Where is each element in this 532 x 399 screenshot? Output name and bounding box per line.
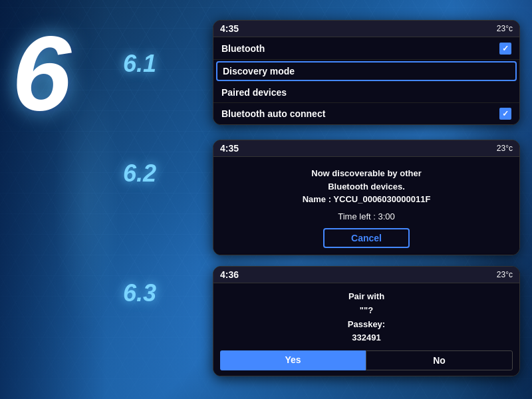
panel1-time: 4:35 xyxy=(220,23,239,34)
pair-line3: Passkey: xyxy=(348,319,385,329)
discoverable-message: Now discoverable by other Bluetooth devi… xyxy=(220,167,513,206)
pair-line1: Pair with xyxy=(348,291,384,301)
bluetooth-checkbox[interactable]: ✓ xyxy=(499,43,511,55)
menu-discovery-mode[interactable]: Discovery mode xyxy=(216,61,517,81)
panel3-time: 4:36 xyxy=(220,269,239,280)
panel3-header: 4:36 23°c xyxy=(213,267,519,283)
chapter-number: 6 xyxy=(12,20,71,126)
pair-line4: 332491 xyxy=(352,332,380,342)
pair-button-row: Yes No xyxy=(220,350,513,370)
menu-bluetooth-label: Bluetooth xyxy=(221,43,265,54)
screen-panel-3: 4:36 23°c Pair with ""? Passkey: 332491 … xyxy=(213,266,520,376)
step-label-61: 6.1 xyxy=(123,50,156,78)
checkbox-check-icon: ✓ xyxy=(502,44,509,53)
menu-discovery-label: Discovery mode xyxy=(223,66,295,76)
menu-paired-label: Paired devices xyxy=(221,87,287,98)
auto-connect-checkbox[interactable]: ✓ xyxy=(499,108,511,120)
panel1-header: 4:35 23°c xyxy=(213,21,519,37)
menu-paired-devices[interactable]: Paired devices xyxy=(213,82,519,103)
panel3-temp: 23°c xyxy=(497,270,513,279)
discoverable-line1: Now discoverable by other xyxy=(311,168,421,178)
step-label-63: 6.3 xyxy=(123,279,156,307)
pair-message: Pair with ""? Passkey: 332491 xyxy=(220,290,513,345)
pair-line2: ""? xyxy=(360,305,373,315)
screen-panel-1: 4:35 23°c Bluetooth ✓ Discovery mode Pai… xyxy=(213,20,520,125)
panel2-header: 4:35 23°c xyxy=(213,140,519,157)
step-label-62: 6.2 xyxy=(123,160,156,188)
menu-auto-connect[interactable]: Bluetooth auto connect ✓ xyxy=(213,103,519,124)
auto-connect-check-icon: ✓ xyxy=(502,109,509,118)
no-button[interactable]: No xyxy=(366,350,513,370)
discoverable-line2: Bluetooth devices. xyxy=(328,182,405,192)
cancel-button[interactable]: Cancel xyxy=(323,228,410,248)
panel2-body: Now discoverable by other Bluetooth devi… xyxy=(213,157,519,255)
screen-panel-2: 4:35 23°c Now discoverable by other Blue… xyxy=(213,140,520,255)
panel1-temp: 23°c xyxy=(497,24,513,33)
panel2-temp: 23°c xyxy=(497,144,513,153)
panel3-body: Pair with ""? Passkey: 332491 Yes No xyxy=(213,283,519,376)
yes-button[interactable]: Yes xyxy=(220,350,366,370)
menu-auto-connect-label: Bluetooth auto connect xyxy=(221,108,325,119)
menu-bluetooth[interactable]: Bluetooth ✓ xyxy=(213,37,519,60)
panel1-body: Bluetooth ✓ Discovery mode Paired device… xyxy=(213,37,519,124)
time-left-display: Time left : 3:00 xyxy=(220,211,513,221)
panel2-time: 4:35 xyxy=(220,143,239,154)
discoverable-line3: Name : YCCU_0006030000011F xyxy=(303,194,431,204)
